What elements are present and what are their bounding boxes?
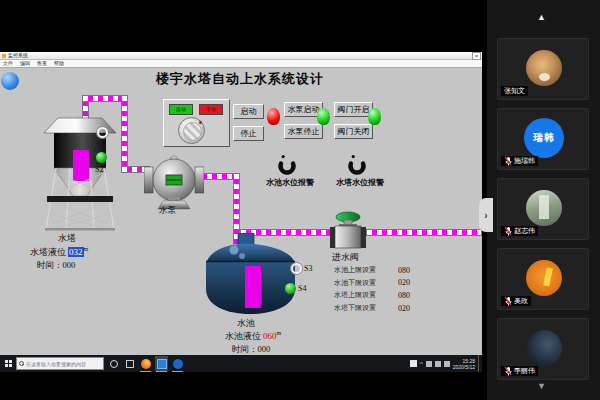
mic-muted-icon	[504, 366, 512, 376]
avatar	[526, 330, 562, 366]
browser-icon	[141, 359, 151, 369]
participant-tile[interactable]: 瑞韩 施瑞韩	[497, 108, 589, 170]
menu-item-help[interactable]: 帮助	[54, 61, 64, 66]
water-pump-graphic	[144, 150, 204, 210]
window-close-button[interactable]: ×	[472, 52, 481, 60]
pool-level-value[interactable]: 060	[263, 331, 277, 341]
pool-label: 水池	[237, 317, 255, 330]
setting-value[interactable]: 020	[398, 278, 410, 287]
search-icon	[19, 361, 24, 366]
participant-name: 张知文	[504, 86, 525, 96]
inlet-valve-label: 进水阀	[332, 251, 359, 264]
avatar	[526, 190, 562, 226]
show-desktop-button[interactable]	[478, 355, 480, 372]
letterbox-bottom	[0, 372, 487, 400]
valve-close-button[interactable]: 阀门关闭	[334, 124, 373, 139]
participant-name-chip: 施瑞韩	[501, 156, 538, 166]
windows-logo-icon	[5, 360, 12, 367]
participant-tile[interactable]: 赵志伟	[497, 178, 589, 240]
taskbar-search[interactable]	[16, 357, 104, 370]
menu-item-edit[interactable]: 编辑	[20, 61, 30, 66]
battery-tray-icon[interactable]	[444, 361, 450, 367]
participant-tile[interactable]: 季丽伟	[497, 318, 589, 380]
setting-value[interactable]: 080	[398, 266, 410, 275]
tower-level-label: 水塔液位	[30, 247, 66, 257]
avatar: 瑞韩	[524, 118, 564, 158]
system-tray: ^ 15:28 2020/5/12	[410, 355, 482, 372]
network-tray-icon[interactable]	[435, 361, 441, 367]
menu-item-file[interactable]: 文件	[3, 61, 13, 66]
start-button[interactable]: 启动	[233, 104, 264, 119]
search-input[interactable]	[26, 361, 101, 367]
stop-button[interactable]: 停止	[233, 126, 264, 141]
participant-name-chip: 季丽伟	[501, 366, 538, 376]
participant-name: 吴政	[514, 296, 528, 306]
tray-overflow-icon[interactable]: ^	[420, 361, 423, 367]
setting-value[interactable]: 020	[398, 304, 410, 313]
mic-muted-icon	[504, 226, 512, 236]
tower-time-value: 000	[63, 260, 76, 270]
participant-tile[interactable]: 吴政	[497, 248, 589, 310]
pipe-valve-to-supply	[366, 229, 482, 236]
pump-stop-button[interactable]: 水泵停止	[284, 124, 323, 139]
hmi-page-title: 楼宇水塔自动上水系统设计	[90, 70, 390, 88]
participant-name-chip: 赵志伟	[501, 226, 538, 236]
taskbar: ^ 15:28 2020/5/12	[0, 355, 482, 372]
window-title: 监控系统	[8, 53, 28, 58]
sensor-s1-label: S1	[96, 140, 104, 149]
mic-muted-icon	[504, 296, 512, 306]
sensor-s3-indicator	[291, 263, 302, 274]
mode-dial[interactable]	[178, 117, 205, 144]
setting-label: 水塔上限设置	[334, 290, 376, 300]
scroll-down-icon[interactable]: ▼	[537, 381, 546, 391]
pipe-down-to-pump	[121, 95, 128, 172]
scada-app-taskbar-button[interactable]	[155, 356, 168, 371]
mic-muted-icon	[504, 156, 512, 166]
tower-alarm-gauge-icon	[346, 154, 368, 176]
scroll-up-icon[interactable]: ▲	[537, 12, 546, 22]
task-view-button[interactable]	[123, 356, 136, 371]
window-favicon-icon	[2, 54, 6, 58]
setting-label: 水池上限设置	[334, 265, 376, 275]
setting-row-pool-upper: 水池上限设置 080	[334, 264, 410, 277]
sensor-s3-label: S3	[304, 264, 312, 273]
tower-level-value[interactable]: 032	[68, 247, 84, 257]
screen: 监控系统 × 文件 编辑 查看 帮助 楼宇水塔自动上水系统设计	[0, 0, 600, 400]
pump-label: 水泵	[159, 205, 176, 217]
window-menubar: 文件 编辑 查看 帮助	[0, 60, 482, 68]
task-view-icon	[126, 360, 134, 368]
taskbar-clock[interactable]: 15:28 2020/5/12	[453, 358, 475, 370]
cortana-button[interactable]	[107, 356, 120, 371]
tower-time-readout: 时间：000	[37, 260, 75, 272]
limit-settings: 水池上限设置 080 水池下限设置 020 水塔上限设置 080 水塔下限设置 …	[334, 264, 410, 314]
menu-item-view[interactable]: 查看	[37, 61, 47, 66]
browser-taskbar-button[interactable]	[139, 356, 152, 371]
participant-name: 赵志伟	[514, 226, 535, 236]
scada-app-icon	[157, 359, 167, 369]
ime-tray-icon[interactable]	[410, 360, 417, 367]
tower-alarm-label: 水塔水位报警	[324, 177, 396, 188]
pump-status-led	[317, 108, 330, 125]
tower-label: 水塔	[58, 232, 76, 245]
meeting-app-icon	[173, 359, 183, 369]
annotation-ball-icon[interactable]	[1, 72, 19, 90]
mode-panel: 自动 手动	[163, 99, 230, 147]
participant-name-chip: 张知文	[501, 86, 528, 96]
setting-value[interactable]: 080	[398, 291, 410, 300]
sensor-s4-indicator	[285, 283, 296, 294]
pool-time-label: 时间：	[232, 344, 258, 354]
water-tower-graphic	[40, 110, 120, 232]
inlet-valve-graphic	[327, 209, 369, 249]
pool-time-value: 000	[258, 344, 271, 354]
avatar	[526, 260, 562, 296]
pool-alarm-label: 水池水位报警	[255, 177, 325, 188]
setting-row-tower-upper: 水塔上限设置 080	[334, 289, 410, 302]
sidebar-collapse-handle[interactable]: ›	[479, 198, 493, 232]
participant-tile[interactable]: 张知文	[497, 38, 589, 100]
start-menu-button[interactable]	[0, 355, 16, 372]
participant-name: 施瑞韩	[514, 156, 535, 166]
meeting-app-taskbar-button[interactable]	[171, 356, 184, 371]
volume-tray-icon[interactable]	[426, 361, 432, 367]
cortana-icon	[110, 360, 118, 368]
setting-label: 水池下限设置	[334, 278, 376, 288]
